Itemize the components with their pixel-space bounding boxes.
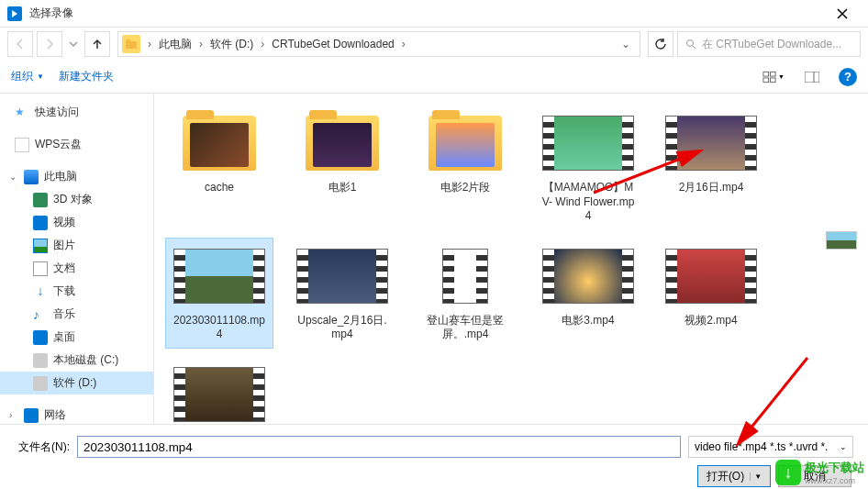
file-content[interactable]: cache电影1电影2片段【MAMAMOO】MV- Wind Flower.mp… xyxy=(154,94,868,424)
sidebar-thispc[interactable]: ⌄ 此电脑 xyxy=(0,165,153,188)
file-item[interactable]: 登山赛车但是竖屏。.mp4 xyxy=(411,238,519,349)
sidebar-videos[interactable]: 视频 xyxy=(0,211,153,234)
star-icon: ★ xyxy=(15,106,29,120)
sidebar-software-disk[interactable]: 软件 (D:) xyxy=(0,372,153,395)
sidebar-3dobjects[interactable]: 3D 对象 xyxy=(0,188,153,211)
refresh-button[interactable] xyxy=(648,31,673,57)
watermark: ↓ 极光下载站 www.xz7.com xyxy=(775,460,864,485)
file-name: 【MAMAMOO】MV- Wind Flower.mp4 xyxy=(540,181,636,224)
svg-marker-0 xyxy=(12,10,17,17)
network-icon xyxy=(24,408,39,423)
wps-icon xyxy=(15,138,29,152)
file-name: 电影1 xyxy=(328,181,357,195)
svg-rect-8 xyxy=(805,72,819,83)
folder-icon xyxy=(122,35,140,53)
search-input[interactable]: 在 CRTubeGet Downloade... xyxy=(677,31,861,57)
video-thumbnail-icon xyxy=(419,244,511,308)
sidebar-documents[interactable]: 文档 xyxy=(0,257,153,280)
svg-rect-6 xyxy=(763,77,769,82)
video-thumbnail-icon xyxy=(665,244,757,308)
sidebar-network[interactable]: › 网络 xyxy=(0,404,153,424)
file-item[interactable]: 2月16日.mp4 xyxy=(657,105,765,230)
help-button[interactable]: ? xyxy=(839,68,857,86)
chevron-down-icon: ⌄ xyxy=(840,442,847,451)
toolbar: 组织 ▼ 新建文件夹 ▼ ? xyxy=(0,61,868,94)
organize-menu[interactable]: 组织 ▼ xyxy=(11,69,44,84)
expand-icon: › xyxy=(9,410,18,420)
file-item[interactable]: 视频2.mp4 xyxy=(657,238,765,349)
sidebar-quickaccess[interactable]: ★ 快速访问 xyxy=(0,101,153,124)
filename-input[interactable] xyxy=(77,436,681,458)
navbar: › 此电脑 › 软件 (D:) › CRTubeGet Downloaded ›… xyxy=(0,28,868,61)
filetype-select[interactable]: video file*.mp4 *.ts *.uvrd *. ⌄ xyxy=(688,436,853,458)
picture-icon xyxy=(33,239,48,253)
sidebar: ★ 快速访问 WPS云盘 ⌄ 此电脑 3D 对象 视频 图片 文档 xyxy=(0,94,154,424)
video-thumbnail-icon xyxy=(542,111,634,175)
back-button[interactable] xyxy=(7,31,33,57)
folder-icon xyxy=(173,111,265,175)
up-button[interactable] xyxy=(84,31,110,57)
file-item[interactable]: 电影1 xyxy=(288,105,396,230)
disk-icon xyxy=(33,376,48,391)
sidebar-localdisk[interactable]: 本地磁盘 (C:) xyxy=(0,349,153,372)
pc-icon xyxy=(24,170,39,184)
file-item[interactable]: 202303011108.mp4 xyxy=(165,238,273,349)
svg-rect-5 xyxy=(770,72,775,76)
sidebar-desktop[interactable]: 桌面 xyxy=(0,326,153,349)
watermark-icon: ↓ xyxy=(775,460,801,485)
breadcrumb-dropdown[interactable]: ⌄ xyxy=(616,38,636,50)
app-icon xyxy=(7,6,22,21)
view-icons-button[interactable]: ▼ xyxy=(762,66,785,88)
filename-label: 文件名(N): xyxy=(15,439,70,455)
file-name: 视频2.mp4 xyxy=(684,314,737,328)
breadcrumb-item[interactable]: CRTubeGet Downloaded xyxy=(268,36,397,52)
folder-icon xyxy=(419,111,511,175)
video-thumbnail-icon xyxy=(542,244,634,308)
file-name: Upscale_2月16日.mp4 xyxy=(295,314,390,342)
open-dropdown-icon[interactable]: ▼ xyxy=(750,472,762,481)
forward-button[interactable] xyxy=(37,31,62,57)
preview-thumbnail xyxy=(826,231,857,250)
file-item[interactable]: 【MAMAMOO】MV- Wind Flower.mp4 xyxy=(534,105,642,230)
preview-pane-button[interactable] xyxy=(800,66,824,88)
desktop-icon xyxy=(33,330,48,345)
titlebar: 选择录像 xyxy=(0,0,868,28)
file-item[interactable]: cache xyxy=(165,105,273,230)
file-name: 电影3.mp4 xyxy=(562,314,614,328)
file-name: 登山赛车但是竖屏。.mp4 xyxy=(417,314,513,342)
svg-rect-1 xyxy=(126,41,137,49)
file-name: cache xyxy=(205,181,234,195)
video-thumbnail-icon xyxy=(173,362,265,424)
file-name: 2月16日.mp4 xyxy=(679,181,744,195)
disk-icon xyxy=(33,353,48,368)
sidebar-pictures[interactable]: 图片 xyxy=(0,234,153,257)
chevron-right-icon: › xyxy=(402,38,406,50)
file-item[interactable]: 电影2片段 xyxy=(411,105,519,230)
breadcrumb[interactable]: › 此电脑 › 软件 (D:) › CRTubeGet Downloaded ›… xyxy=(117,31,640,57)
sidebar-downloads[interactable]: ↓ 下载 xyxy=(0,280,153,303)
document-icon xyxy=(33,261,48,276)
breadcrumb-item[interactable]: 此电脑 xyxy=(155,35,195,54)
sidebar-wps[interactable]: WPS云盘 xyxy=(0,133,153,156)
file-item[interactable]: Upscale_2月16日.mp4 xyxy=(288,238,396,349)
sidebar-music[interactable]: ♪ 音乐 xyxy=(0,303,153,326)
breadcrumb-item[interactable]: 软件 (D:) xyxy=(206,35,257,54)
video-thumbnail-icon xyxy=(665,111,757,175)
expand-icon: ⌄ xyxy=(9,172,18,182)
video-thumbnail-icon xyxy=(173,244,265,308)
window-title: 选择录像 xyxy=(29,6,824,21)
file-item[interactable]: 电影3.mp4 xyxy=(534,238,642,349)
recent-dropdown[interactable] xyxy=(66,31,81,57)
chevron-right-icon: › xyxy=(148,38,151,50)
svg-rect-7 xyxy=(770,77,775,82)
close-button[interactable] xyxy=(824,1,861,27)
open-button[interactable]: 打开(O) ▼ xyxy=(697,465,771,487)
file-item[interactable]: 视频3.mp4 xyxy=(165,356,273,424)
search-icon xyxy=(685,39,696,50)
svg-point-3 xyxy=(687,40,694,47)
svg-rect-4 xyxy=(763,72,769,76)
video-icon xyxy=(33,216,48,230)
new-folder-button[interactable]: 新建文件夹 xyxy=(59,69,114,84)
chevron-right-icon: › xyxy=(261,38,264,50)
folder-icon xyxy=(296,111,388,175)
